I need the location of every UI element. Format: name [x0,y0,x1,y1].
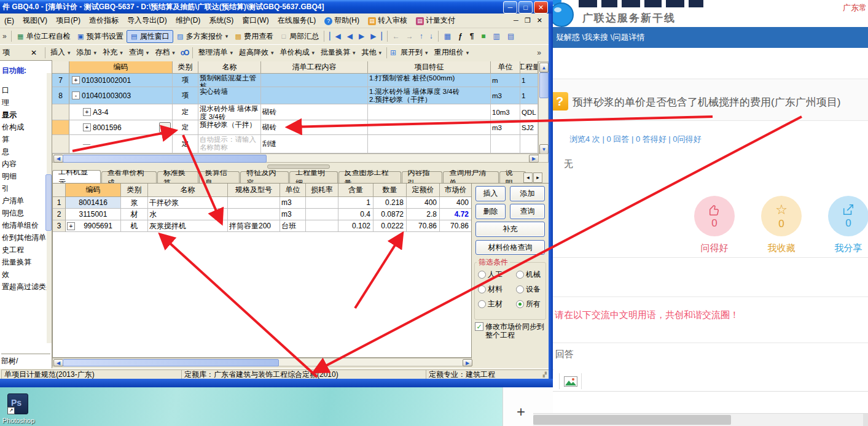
sidebar-item-2[interactable]: 理 [2,98,9,108]
bill-horizontal-scrollbar[interactable]: ◀ ▶ [52,153,538,163]
tab-说明[interactable]: 说明 [499,171,526,184]
column-header-feature[interactable]: 项目特征 [368,61,491,74]
cell-code[interactable]: — [69,135,173,153]
row-header[interactable] [52,104,69,120]
radio-option-材料[interactable]: 材料 [478,284,502,295]
minimize-button[interactable]: ─ [503,1,517,14]
column-header-qty[interactable]: 数量 [373,184,407,197]
sidebar-item-13[interactable]: 价到其他清单 [2,233,46,243]
radio-option-主材[interactable]: 主材 [478,299,502,309]
toolbar-list-icon[interactable]: ▤ [504,32,518,41]
radio-option-机械[interactable]: 机械 [516,269,541,280]
cell-unit[interactable]: 10m3 [491,104,520,120]
cell-market[interactable]: 70.86 [440,220,472,232]
arrow-up-icon[interactable]: ↑ [416,32,426,41]
cell-unit[interactable]: 台班 [280,220,306,232]
resource-horizontal-scrollbar[interactable]: ◀ ▶ [52,358,472,366]
sidebar-item-8[interactable]: 明细 [2,171,17,182]
column-header-code[interactable]: 编码 [66,184,121,197]
expand-icon[interactable]: + [83,108,91,116]
ellipsis-button[interactable]: … [159,122,171,133]
menu-item-3[interactable]: 项目(P) [52,15,85,26]
scrollbar-thumb[interactable] [63,155,267,163]
nav-prev-icon[interactable]: ◀ [344,32,356,41]
toolbar-button-单位工程自检[interactable]: ▦单位工程自检 [14,31,74,42]
cell-qty[interactable]: 0.0222 [373,220,407,232]
cell-spec[interactable] [228,209,280,220]
cell-feature[interactable] [368,135,491,153]
toolbar-fx-icon[interactable]: ƒ [455,32,466,41]
toolbar-button-费用查看[interactable]: ▩费用查看 [231,31,276,42]
tab-查询用户清单[interactable]: 查询用户清单 [443,171,498,184]
toolbar-button-属性窗口[interactable]: ▤属性窗口 [127,30,173,43]
cell-content[interactable]: 砌砖 [261,104,368,120]
radio-icon[interactable] [478,300,486,308]
column-header-price[interactable]: 定额价 [407,184,440,197]
sidebar-item-10[interactable]: 户清单 [2,196,24,206]
splitter-bar[interactable] [52,163,549,170]
cell-market[interactable]: 4.72 [440,209,472,220]
column-header-unit[interactable]: 单位 [491,61,520,74]
cell-cat[interactable]: 定 [173,135,198,153]
cell-qty[interactable]: 1 [520,87,538,104]
cell-content[interactable] [261,87,368,104]
column-header-content[interactable]: 含量 [338,184,373,197]
radio-option-人工[interactable]: 人工 [478,269,502,280]
menu-item-2[interactable]: 视图(V) [18,15,52,26]
breadcrumb[interactable]: 疑解惑 \我来搜 \问题详情 [553,27,868,48]
menu-item-7[interactable]: 系统(S) [205,15,238,26]
cell-cat[interactable]: 定 [173,104,198,120]
cell-feature[interactable]: 1.混水砖外墙 墙体厚度 3/4砖2.预拌砂浆（干拌） [368,87,491,104]
expand-icon[interactable]: + [83,123,91,131]
tab-工料机显示[interactable]: 工料机显示 [52,170,101,184]
cell-qty[interactable]: QDL [520,104,538,120]
cell-spec[interactable] [228,197,280,209]
menu-item-9[interactable]: 在线服务(L) [273,15,321,26]
radio-icon[interactable] [478,285,486,293]
toolbar-button-单价构成[interactable]: 单价构成▾ [276,47,318,58]
tab-scroll-right-icon[interactable]: ▸ [533,172,542,183]
sidebar-item-14[interactable]: 史工程 [2,245,24,255]
column-header-market[interactable]: 市场价 [440,184,472,197]
column-header-spec[interactable]: 规格及型号 [228,184,280,197]
toolbar-button-预算书设置[interactable]: ▣预算书设置 [74,31,127,42]
cell-qty[interactable]: 0.0872 [373,209,407,220]
splitter-handle[interactable] [267,165,330,169]
button-查询[interactable]: 查询 [510,204,545,219]
menu-item-12[interactable]: ▤计量支付 [412,15,459,26]
row-header[interactable]: 8 [52,87,69,104]
cell-qty[interactable]: 0.218 [373,197,407,209]
sidebar-item-11[interactable]: 明信息 [2,208,24,219]
scroll-up-icon[interactable]: ▲ [539,63,549,72]
panel-close-icon[interactable]: ✕ [31,48,43,57]
column-header-unit[interactable]: 单位 [280,184,306,197]
column-header-cat[interactable]: 类别 [173,61,198,74]
sidebar-item-16[interactable]: 效 [2,269,9,280]
cell-name[interactable]: 实心砖墙 [198,87,261,104]
column-header-rowhdr[interactable] [52,61,69,74]
cell-name[interactable]: 预拌砂浆（干拌） [198,120,261,135]
toolbar-button-存档[interactable]: 存档▾ [152,47,178,58]
tab-查看单价构成[interactable]: 查看单价构成 [101,171,157,184]
scrollbar-thumb[interactable] [533,415,731,425]
tab-内容指引[interactable]: 内容指引 [402,171,443,184]
cell-name[interactable]: 自动提示：请输入名称简称 [198,135,261,153]
toolbar-button-查询[interactable]: 查询▾ [126,47,152,58]
sidebar-item-17[interactable]: 置超高过滤类别 [2,282,52,292]
sidebar-item-7[interactable]: 内容 [2,159,17,169]
cell-unit[interactable]: m3 [280,209,306,220]
column-header-name[interactable]: 名称 [198,61,261,74]
tab-标准换算[interactable]: 标准换算 [157,171,198,184]
cell-content[interactable]: 砌砖 [261,120,368,135]
tab-特征及内容[interactable]: 特征及内容 [240,171,289,184]
cell-cat[interactable]: 项 [173,87,198,104]
button-补充[interactable]: 补充 [475,222,545,237]
sidebar-item-3[interactable]: 显示 [2,110,17,120]
cell-code[interactable]: +9905691 [66,220,121,232]
sidebar-item-6[interactable]: 息 [2,147,9,157]
cell-cat[interactable]: 定 [173,120,198,135]
insert-image-icon[interactable] [564,376,577,387]
scroll-down-icon[interactable]: ▼ [539,144,549,154]
cell-loss[interactable] [306,209,338,220]
arrow-right-icon[interactable]: → [403,32,416,41]
